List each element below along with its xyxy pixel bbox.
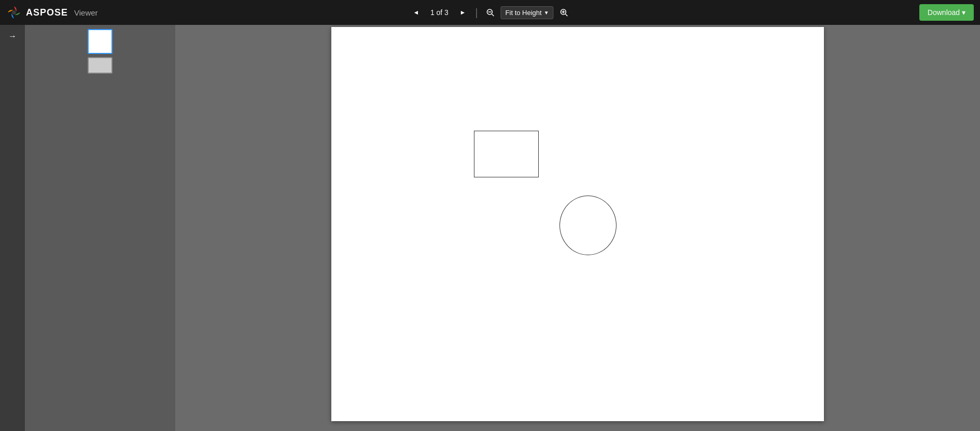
thumbnail-page-1[interactable] bbox=[88, 29, 113, 54]
aspose-logo-icon bbox=[6, 5, 22, 20]
download-label: Download ▾ bbox=[928, 8, 965, 17]
zoom-in-icon bbox=[560, 8, 568, 17]
center-controls: ◄ 1 of 3 ► | Fit to Height ▼ bbox=[409, 5, 571, 20]
sidebar: → bbox=[0, 25, 25, 431]
zoom-out-icon bbox=[486, 8, 495, 17]
main-area: → bbox=[0, 25, 980, 431]
fit-mode-dropdown[interactable]: Fit to Height ▼ bbox=[501, 6, 554, 19]
navbar: ASPOSE Viewer ◄ 1 of 3 ► | Fit to Height… bbox=[0, 0, 980, 25]
logo-area: ASPOSE Viewer bbox=[6, 5, 98, 20]
prev-page-button[interactable]: ◄ bbox=[409, 5, 423, 20]
sidebar-toggle-icon: → bbox=[8, 32, 17, 41]
page-indicator: 1 of 3 bbox=[426, 8, 452, 17]
sidebar-toggle-button[interactable]: → bbox=[3, 29, 22, 44]
document-page bbox=[331, 27, 824, 421]
separator: | bbox=[475, 7, 478, 19]
shape-circle bbox=[559, 196, 617, 255]
thumbnail-panel bbox=[25, 25, 175, 431]
download-button[interactable]: Download ▾ bbox=[919, 4, 974, 21]
zoom-out-button[interactable] bbox=[483, 5, 498, 20]
prev-page-icon: ◄ bbox=[413, 9, 419, 16]
next-page-icon: ► bbox=[459, 9, 466, 16]
document-area bbox=[175, 25, 980, 431]
viewer-label: Viewer bbox=[74, 8, 98, 17]
dropdown-arrow-icon: ▼ bbox=[544, 10, 549, 16]
brand-name: ASPOSE bbox=[26, 7, 68, 18]
svg-point-1 bbox=[12, 10, 16, 15]
shape-rectangle bbox=[474, 131, 539, 177]
fit-mode-label: Fit to Height bbox=[506, 9, 542, 17]
zoom-in-button[interactable] bbox=[557, 5, 571, 20]
next-page-button[interactable]: ► bbox=[455, 5, 470, 20]
svg-line-6 bbox=[566, 14, 568, 16]
svg-line-3 bbox=[492, 14, 494, 16]
thumbnail-page-2[interactable] bbox=[88, 57, 113, 74]
